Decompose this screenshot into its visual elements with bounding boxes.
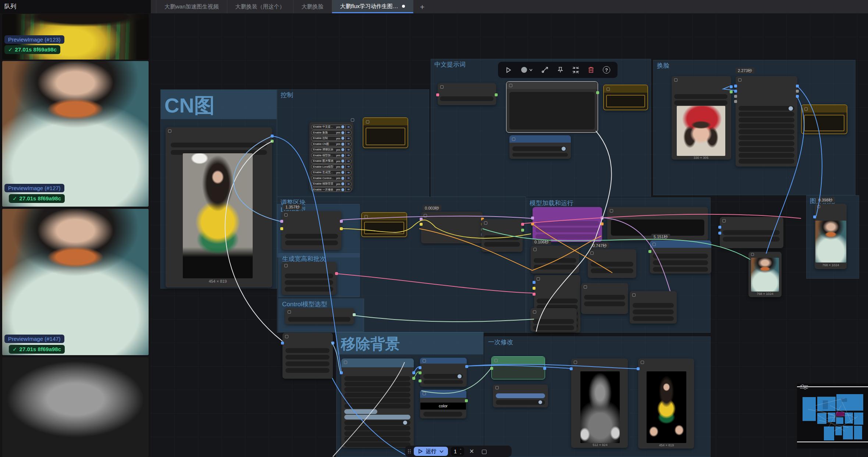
collapse-icon[interactable] [284, 213, 288, 217]
input-port[interactable] [419, 366, 421, 369]
input-port[interactable] [281, 342, 284, 344]
widget-row[interactable] [653, 260, 708, 265]
widget-knob[interactable] [562, 147, 566, 151]
collapse-icon[interactable] [722, 219, 726, 222]
collapse-icon[interactable] [606, 88, 610, 91]
widget-row[interactable] [285, 361, 330, 366]
input-port[interactable] [533, 281, 536, 284]
faceswap-node[interactable] [736, 76, 797, 167]
queue-thumbnail-4[interactable] [2, 357, 149, 457]
input-port[interactable] [533, 293, 536, 296]
color-fill-node[interactable]: color [420, 390, 466, 418]
widget-row[interactable] [344, 426, 410, 431]
note-node[interactable] [363, 117, 408, 148]
output-port[interactable] [340, 220, 343, 223]
input-port[interactable] [718, 232, 721, 235]
arrow-icon[interactable]: ➜ [347, 148, 350, 151]
arrow-icon[interactable]: ➜ [347, 165, 350, 168]
collapse-icon[interactable] [423, 359, 426, 363]
toggle-switch-node[interactable]: Enable 中文提...yes➜ Enable 换脸yes➜ Enable 控… [309, 122, 353, 190]
collapse-icon[interactable] [344, 361, 347, 364]
collapse-icon[interactable] [610, 209, 613, 213]
widget-row[interactable] [285, 368, 330, 373]
cancel-button[interactable]: ✕ [467, 448, 476, 455]
collapse-icon[interactable] [584, 285, 587, 289]
model-sampling-node-selected[interactable] [533, 207, 602, 242]
widget-row[interactable] [285, 355, 330, 360]
toggle-row[interactable]: Enable 图片预览yes➜ [311, 159, 352, 164]
collapse-icon[interactable] [364, 215, 368, 218]
toggle-knob[interactable] [341, 125, 344, 128]
arrow-icon[interactable]: ➜ [347, 125, 350, 129]
toggle-row[interactable]: Enable 调整区块yes➜ [311, 147, 352, 152]
collapse-all-icon[interactable] [572, 67, 579, 74]
input-port[interactable] [436, 93, 439, 96]
widget-row[interactable] [344, 382, 410, 386]
input-port[interactable] [531, 217, 534, 219]
collapse-icon[interactable] [440, 85, 444, 89]
face-load-image-node[interactable]: 330 × 305 [672, 76, 731, 160]
widget-row[interactable] [739, 118, 794, 122]
widget-row[interactable] [633, 303, 674, 308]
pre-node[interactable] [282, 333, 333, 379]
widget-row[interactable] [440, 96, 494, 101]
mask-preview-node[interactable]: 512 × 924 [571, 358, 628, 448]
widget-row[interactable] [739, 153, 794, 158]
widget-row[interactable] [739, 112, 794, 117]
collapse-icon[interactable] [512, 138, 515, 141]
minimap[interactable] [797, 383, 868, 449]
input-port[interactable] [420, 223, 423, 226]
output-port[interactable] [521, 229, 524, 232]
widget-row[interactable] [633, 310, 674, 314]
input-port[interactable] [734, 100, 737, 103]
input-port[interactable] [419, 371, 421, 374]
widget-row[interactable] [344, 393, 410, 397]
widget-row-highlight[interactable] [344, 409, 377, 414]
toggle-knob[interactable] [341, 131, 344, 134]
combo-widget[interactable] [611, 219, 704, 236]
toggle-row[interactable]: Enable 一次修改yes➜ [311, 187, 352, 192]
widget-row[interactable] [739, 124, 794, 128]
collapse-icon[interactable] [494, 359, 498, 362]
widget-row[interactable] [537, 299, 578, 303]
widget-row[interactable] [739, 106, 794, 111]
mid-preview-node[interactable]: 768 × 1024 [748, 252, 782, 297]
toggle-row[interactable]: Enable Control...yes➜ [311, 176, 352, 181]
arrow-icon[interactable]: ➜ [347, 182, 350, 186]
lora-node[interactable] [282, 211, 341, 250]
delete-icon[interactable] [588, 67, 594, 73]
widget-row[interactable] [674, 100, 728, 105]
tab-workflow-3[interactable]: 大鹏换脸 [294, 0, 332, 13]
widget-row[interactable] [344, 376, 410, 381]
widget-row[interactable] [285, 287, 333, 292]
text-prompt-node-selected[interactable] [506, 82, 598, 132]
widget-knob[interactable] [458, 374, 462, 378]
collapse-icon[interactable] [804, 107, 808, 111]
collapse-icon[interactable] [285, 335, 288, 338]
arrow-icon[interactable]: ➜ [347, 137, 350, 140]
widget-row[interactable] [674, 94, 728, 99]
widget-row[interactable] [288, 317, 351, 322]
collapse-icon[interactable] [632, 293, 636, 297]
sampler-node[interactable] [650, 240, 711, 274]
widget-row[interactable] [484, 242, 520, 247]
toggle-row[interactable]: Enable Lora模型yes➜ [311, 164, 352, 169]
widget-row[interactable] [285, 348, 330, 353]
widget-row[interactable] [633, 316, 674, 321]
input-port[interactable] [419, 379, 421, 382]
translate-node[interactable] [509, 135, 571, 159]
widget-row[interactable] [344, 420, 410, 425]
widget-row[interactable] [512, 146, 566, 151]
stepper-buttons[interactable]: ⌃⌃ [459, 449, 462, 454]
toggle-knob[interactable] [341, 160, 344, 163]
loader-node[interactable] [588, 249, 636, 278]
batch-count-input[interactable]: 1 ⌃⌃ [451, 447, 464, 456]
collapse-icon[interactable] [590, 251, 594, 255]
note-node[interactable] [603, 85, 648, 110]
collapse-icon[interactable] [533, 248, 537, 251]
collapse-icon[interactable] [574, 361, 577, 364]
collapse-icon[interactable] [674, 78, 677, 82]
bypass-link-icon[interactable] [541, 67, 548, 74]
toggle-row[interactable]: Enable 换脸yes➜ [311, 130, 352, 135]
output-port[interactable] [730, 85, 733, 88]
